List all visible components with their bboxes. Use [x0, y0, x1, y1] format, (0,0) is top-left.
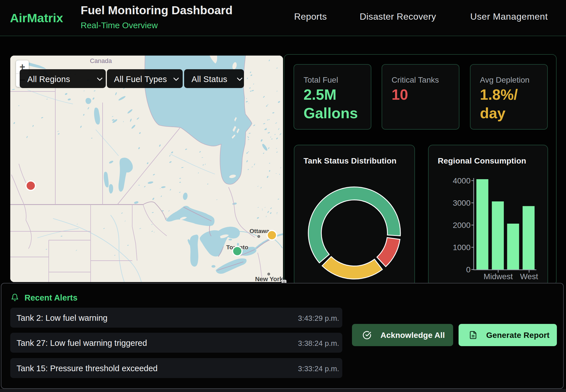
svg-text:2000: 2000 — [453, 221, 471, 230]
svg-text:1000: 1000 — [453, 243, 471, 252]
svg-text:West: West — [520, 272, 538, 281]
svg-text:0: 0 — [466, 265, 471, 274]
svg-text:Midwest: Midwest — [484, 272, 513, 281]
svg-text:4000: 4000 — [453, 176, 471, 185]
svg-text:3000: 3000 — [453, 199, 471, 207]
